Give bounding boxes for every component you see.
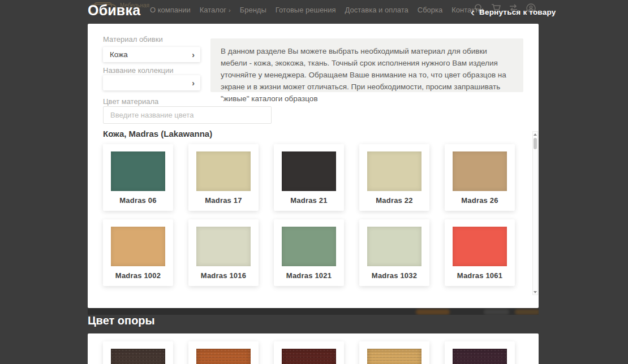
swatch-image [196,227,251,266]
swatch-card[interactable]: Madras 06 [103,144,173,211]
swatch-label: Madras 22 [359,196,429,205]
support-color-title: Цвет опоры [88,314,155,327]
swatch-image [282,349,336,364]
material-select-value: Кожа [110,50,192,59]
dimmed-page-strip [88,308,539,315]
nav-item[interactable]: Каталог› [200,6,231,14]
color-search-input[interactable] [103,106,272,124]
chevron-right-icon: › [229,7,231,14]
swatch-card[interactable] [445,341,515,364]
swatch-image [453,151,507,191]
material-label: Материал обивки [103,35,163,44]
collection-select[interactable]: › [103,75,200,90]
swatch-label: Madras 1016 [188,271,259,280]
swatch-label: Madras 1061 [445,271,515,280]
scroll-down-button[interactable] [533,289,537,294]
chevron-right-icon: › [192,79,195,88]
swatch-label: Madras 1032 [359,271,429,280]
dimmed-image-fragment [416,309,450,315]
chevron-right-icon: › [192,50,195,59]
swatch-card[interactable] [274,341,344,364]
chevron-left-icon: ‹ [471,7,475,17]
swatch-image [367,227,421,266]
swatch-label: Madras 21 [274,196,344,205]
swatch-label: Madras 17 [188,196,259,205]
scrollbar-thumb[interactable] [534,138,537,149]
nav-item[interactable]: Сборка [418,6,443,14]
swatch-card[interactable]: Madras 1032 [359,219,429,286]
swatch-image [367,151,421,191]
swatch-card[interactable]: Madras 1016 [188,219,259,286]
swatch-card[interactable]: Madras 17 [188,144,259,211]
swatch-image [453,227,507,266]
upholstery-modal: Материал обивки Кожа › Название коллекци… [88,24,539,308]
swatch-image [111,151,165,191]
swatch-image [111,227,165,266]
swatch-image [367,349,421,364]
swatch-label: Madras 1021 [274,271,344,280]
material-group-title: Кожа, Madras (Lakawanna) [103,129,212,138]
swatch-image [196,349,251,364]
swatch-image [282,227,336,266]
swatch-image [111,349,165,364]
swatch-label: Madras 06 [103,196,173,205]
swatch-card[interactable] [359,341,429,364]
triangle-down-icon [534,291,537,293]
triangle-up-icon [534,133,537,136]
nav-item[interactable]: О компании [150,6,191,14]
swatch-card[interactable]: Madras 1061 [445,219,515,286]
info-text: В данном разделе Вы можете выбрать необх… [210,38,523,92]
swatch-card[interactable]: Madras 1021 [274,219,344,286]
swatch-image [282,151,336,191]
swatch-label: Madras 26 [445,196,515,205]
swatch-label: Madras 1002 [103,271,173,280]
color-label: Цвет материала [103,97,158,106]
swatch-card[interactable]: Madras 22 [359,144,429,211]
page: Мебельная лавка О компанииКаталог›Бренды… [0,0,628,364]
back-to-product-button[interactable]: ‹ Вернуться к товару [471,7,556,17]
swatch-image [196,151,251,191]
scroll-up-button[interactable] [533,132,537,137]
dimmed-image-fragment [515,309,539,315]
modal-scrollbar[interactable] [532,131,538,295]
material-select[interactable]: Кожа › [103,47,200,62]
page-title: Обивка [88,2,140,19]
nav-item[interactable]: Готовые решения [276,6,336,14]
swatch-card[interactable] [188,341,259,364]
swatch-card[interactable]: Madras 1002 [103,219,173,286]
swatch-card[interactable]: Madras 21 [274,144,344,211]
swatch-image [453,349,507,364]
swatch-card[interactable] [103,341,173,364]
collection-label: Название коллекции [103,66,174,75]
main-nav: О компанииКаталог›БрендыГотовые решенияД… [150,6,483,14]
swatch-card[interactable]: Madras 26 [445,144,515,211]
back-button-label: Вернуться к товару [479,8,556,16]
support-color-panel [88,333,539,364]
nav-item[interactable]: Бренды [240,6,266,14]
nav-item[interactable]: Доставка и оплата [345,6,408,14]
dimmed-image-fragment [484,309,509,315]
